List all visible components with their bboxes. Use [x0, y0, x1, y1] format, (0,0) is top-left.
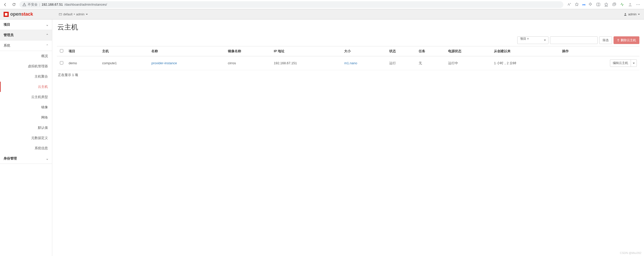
favorite-icon[interactable] [575, 2, 579, 7]
filter-field-label: 项目 = [520, 37, 529, 40]
sidebar-item-flavors[interactable]: 云主机类型 [0, 92, 52, 102]
user-label: admin [628, 13, 637, 16]
profile-icon[interactable] [628, 2, 632, 7]
delete-label: 删除云主机 [621, 38, 636, 42]
row-action-button[interactable]: 编辑云主机 [610, 59, 637, 67]
sidebar-item-images[interactable]: 镜像 [0, 102, 52, 112]
col-task[interactable]: 任务 [416, 46, 446, 56]
row-action-label: 编辑云主机 [610, 60, 631, 67]
row-action-dropdown[interactable] [631, 60, 637, 67]
col-ip[interactable]: IP 地址 [271, 46, 342, 56]
context-switcher[interactable]: default • admin [56, 9, 91, 19]
col-project[interactable]: 项目 [66, 46, 100, 56]
svg-point-4 [629, 3, 631, 5]
page-title: 云主机 [57, 23, 639, 32]
col-since[interactable]: 从创建以来 [491, 46, 559, 56]
sidebar-icon[interactable] [596, 2, 600, 7]
sidebar-group-identity[interactable]: 身份管理 ⌄ [0, 153, 52, 164]
select-all-checkbox[interactable] [60, 49, 63, 52]
toolbar: 项目 = 筛选 删除云主机 [57, 36, 639, 44]
cell-image: cirros [225, 56, 271, 70]
user-icon [624, 13, 627, 16]
sidebar-group-project[interactable]: 项目 ⌄ [0, 19, 52, 30]
table-row: demo compute1 provider-instance cirros 1… [57, 56, 639, 70]
cell-status: 运行 [387, 56, 416, 70]
col-image[interactable]: 镜像名称 [225, 46, 271, 56]
sidebar-group-label: 系统 [4, 43, 10, 48]
sidebar-item-hypervisors[interactable]: 虚拟机管理器 [0, 61, 52, 71]
sidebar-item-overview[interactable]: 概况 [0, 51, 52, 61]
chevron-up-icon: ⌃ [46, 44, 48, 47]
domain-icon [59, 13, 62, 16]
context-domain: default [63, 13, 72, 16]
col-name[interactable]: 名称 [149, 46, 225, 56]
col-size[interactable]: 大小 [342, 46, 387, 56]
col-actions: 操作 [559, 46, 639, 56]
row-checkbox[interactable] [60, 61, 63, 65]
cell-project: demo [66, 56, 100, 70]
favorites-bar-icon[interactable] [604, 2, 608, 7]
brand-logo [4, 12, 9, 17]
brand-text: openstack [10, 12, 33, 17]
collections-icon[interactable] [612, 2, 616, 7]
sidebar-item-instances[interactable]: 云主机 [0, 82, 52, 92]
security-label: 不安全 [28, 2, 38, 7]
trash-icon [617, 39, 620, 42]
back-button[interactable] [2, 2, 8, 8]
chevron-down-icon [638, 14, 640, 15]
watermark: CSDN @Miui392 [620, 251, 641, 254]
reload-button[interactable] [11, 2, 17, 8]
performance-icon[interactable] [620, 2, 624, 7]
table-header-row: 项目 主机 名称 镜像名称 IP 地址 大小 状态 任务 电源状态 从创建以来 … [57, 46, 639, 56]
url-path: /dashboard/admin/instances/ [65, 3, 107, 6]
top-bar: openstack default • admin admin [0, 9, 644, 19]
col-power[interactable]: 电源状态 [446, 46, 492, 56]
sidebar-item-networks[interactable]: 网络 [0, 112, 52, 123]
table-footer: 正在显示 1 项 [57, 70, 639, 80]
sidebar-system-items: 概况 虚拟机管理器 主机聚合 云主机 云主机类型 镜像 网络 默认值 元数据定义… [0, 51, 52, 153]
url-host: 192.168.67.51 [41, 3, 63, 6]
sidebar-item-sysinfo[interactable]: 系统信息 [0, 143, 52, 153]
col-status[interactable]: 状态 [387, 46, 416, 56]
sidebar-item-defaults[interactable]: 默认值 [0, 123, 52, 133]
filter-input[interactable] [550, 36, 598, 44]
cell-power: 运行中 [446, 56, 492, 70]
filter-field-select[interactable]: 项目 = [517, 36, 548, 44]
address-bar[interactable]: 不安全 | 192.168.67.51/dashboard/admin/inst… [19, 1, 563, 8]
user-menu[interactable]: admin [620, 13, 644, 16]
cell-host: compute1 [100, 56, 149, 70]
sidebar-group-label: 身份管理 [4, 156, 17, 161]
brand[interactable]: openstack [0, 12, 56, 17]
chevron-down-icon: ⌄ [46, 23, 48, 26]
sidebar-item-aggregates[interactable]: 主机聚合 [0, 71, 52, 82]
delete-instances-button[interactable]: 删除云主机 [614, 36, 639, 44]
sidebar-item-metadata[interactable]: 元数据定义 [0, 133, 52, 143]
split-icon[interactable]: ▸◂ [583, 3, 585, 6]
chevron-up-icon: ⌃ [46, 34, 48, 36]
cell-task: 无 [416, 56, 446, 70]
sidebar-group-system[interactable]: 系统 ⌃ [0, 40, 52, 51]
cell-ip: 192.168.67.151 [271, 56, 342, 70]
menu-icon[interactable]: ⋯ [636, 2, 640, 7]
svg-point-7 [625, 13, 626, 14]
instances-table: 项目 主机 名称 镜像名称 IP 地址 大小 状态 任务 电源状态 从创建以来 … [57, 46, 639, 70]
chevron-down-icon [633, 63, 635, 64]
main-content: 云主机 项目 = 筛选 删除云主机 项目 主机 名称 镜像名称 [52, 19, 644, 256]
font-size-badge[interactable]: A» [567, 2, 571, 6]
sidebar: 项目 ⌄ 管理员 ⌃ 系统 ⌃ 概况 虚拟机管理器 主机聚合 云主机 云主机类型… [0, 19, 52, 256]
sidebar-group-admin[interactable]: 管理员 ⌃ [0, 30, 52, 40]
sidebar-group-label: 管理员 [4, 33, 14, 37]
browser-actions: A» ▸◂ ⋯ [566, 2, 642, 7]
context-project: admin [76, 13, 85, 16]
chevron-down-icon [86, 14, 88, 15]
col-host[interactable]: 主机 [100, 46, 149, 56]
cell-size-link[interactable]: m1.nano [344, 61, 357, 65]
cell-since: 1 小时，2 分钟 [491, 56, 559, 70]
sidebar-group-label: 项目 [4, 22, 10, 27]
extensions-icon[interactable] [588, 2, 593, 7]
cell-name-link[interactable]: provider-instance [151, 61, 177, 65]
chevron-down-icon: ⌄ [46, 157, 48, 160]
filter-button[interactable]: 筛选 [599, 36, 612, 44]
chevron-down-icon [544, 40, 546, 41]
browser-chrome: 不安全 | 192.168.67.51/dashboard/admin/inst… [0, 0, 644, 9]
